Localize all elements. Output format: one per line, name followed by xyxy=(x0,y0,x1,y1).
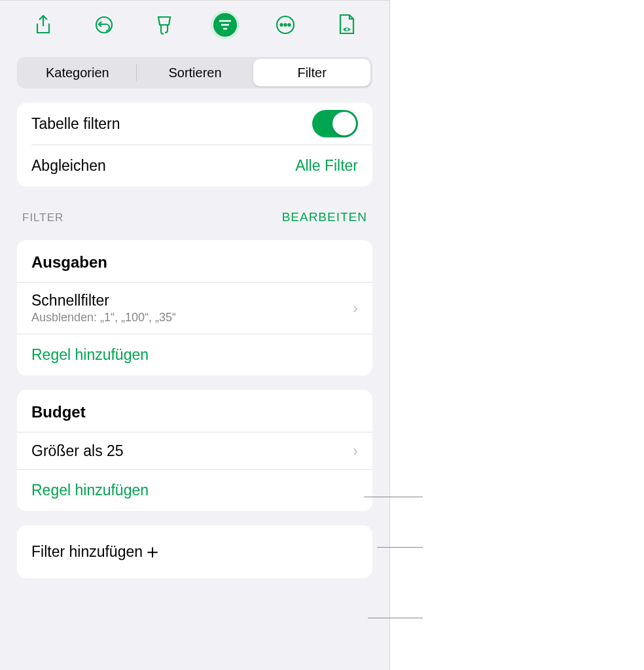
organize-icon[interactable] xyxy=(211,10,240,39)
filter-group-0: Ausgaben Schnellfilter Ausblenden: „1“, … xyxy=(17,240,372,376)
toolbar xyxy=(0,1,389,49)
filter-table-toggle[interactable] xyxy=(312,110,358,137)
tab-sort[interactable]: Sortieren xyxy=(137,59,254,86)
format-brush-icon[interactable] xyxy=(150,10,179,39)
filter-table-row: Tabelle filtern xyxy=(17,103,372,145)
filter-panel: Kategorien Sortieren Filter Tabelle filt… xyxy=(0,0,390,670)
group-title: Ausgaben xyxy=(17,240,372,283)
filter-group-1: Budget Größer als 25 › Regel hinzufügen xyxy=(17,390,372,511)
svg-point-2 xyxy=(281,24,283,26)
callout-line xyxy=(364,497,423,497)
group-title: Budget xyxy=(17,390,372,432)
add-filter-label: Filter hinzufügen xyxy=(31,543,143,561)
match-value: Alle Filter xyxy=(295,157,358,175)
section-label: FILTER xyxy=(22,211,63,224)
tab-filter[interactable]: Filter xyxy=(253,59,370,86)
match-row[interactable]: Abgleichen Alle Filter xyxy=(17,145,372,186)
filter-settings-card: Tabelle filtern Abgleichen Alle Filter xyxy=(17,103,372,186)
tab-categories[interactable]: Kategorien xyxy=(19,59,136,86)
document-view-icon[interactable] xyxy=(332,10,361,39)
chevron-right-icon: › xyxy=(353,442,358,460)
rule-title: Größer als 25 xyxy=(31,442,353,460)
filter-rule[interactable]: Größer als 25 › xyxy=(17,432,372,470)
rule-subtitle: Ausblenden: „1“, „100“, „35“ xyxy=(31,311,353,325)
svg-point-4 xyxy=(289,24,291,26)
add-filter-button[interactable]: Filter hinzufügen ＋ xyxy=(17,525,372,578)
plus-icon: ＋ xyxy=(143,538,162,565)
filter-table-label: Tabelle filtern xyxy=(31,115,312,133)
add-rule-button[interactable]: Regel hinzufügen xyxy=(17,470,372,511)
callout-line xyxy=(368,618,423,618)
chevron-right-icon: › xyxy=(353,299,358,317)
share-icon[interactable] xyxy=(29,10,58,39)
more-icon[interactable] xyxy=(271,10,300,39)
filter-section-header: FILTER BEARBEITEN xyxy=(0,186,389,228)
match-label: Abgleichen xyxy=(31,157,295,175)
edit-button[interactable]: BEARBEITEN xyxy=(282,210,367,224)
add-rule-button[interactable]: Regel hinzufügen xyxy=(17,334,372,376)
filter-rule[interactable]: Schnellfilter Ausblenden: „1“, „100“, „3… xyxy=(17,283,372,334)
svg-point-3 xyxy=(285,24,287,26)
undo-icon[interactable] xyxy=(90,10,118,39)
callout-line xyxy=(377,547,423,548)
segmented-control: Kategorien Sortieren Filter xyxy=(17,57,372,88)
svg-point-5 xyxy=(346,28,348,31)
rule-title: Schnellfilter xyxy=(31,292,353,309)
